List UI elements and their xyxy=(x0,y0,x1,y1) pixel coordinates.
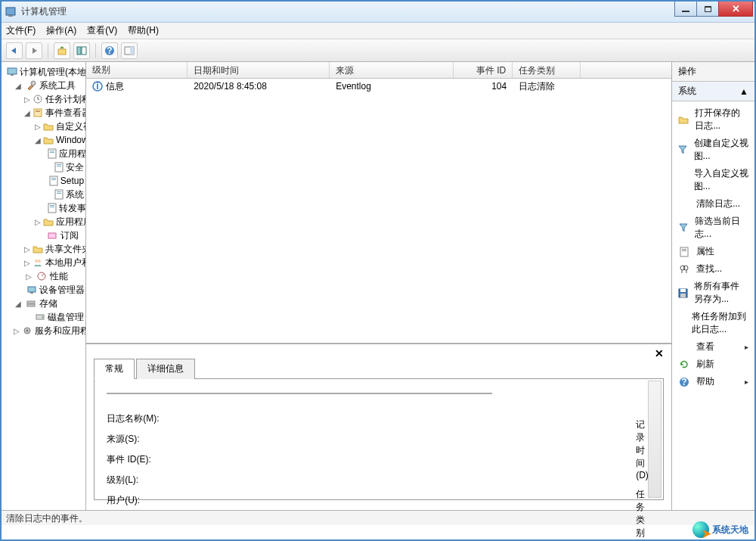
svg-point-41 xyxy=(26,330,29,332)
tree-root[interactable]: 计算机管理(本地) xyxy=(3,65,84,79)
action-find[interactable]: 查找... xyxy=(672,260,754,278)
watermark-text: 系统天地 xyxy=(712,524,748,536)
toolbar-separator xyxy=(95,43,96,58)
folder-icon xyxy=(43,135,54,145)
tools-icon xyxy=(25,80,37,91)
tree-log-setup[interactable]: Setup xyxy=(3,174,84,188)
action-refresh[interactable]: 刷新 xyxy=(672,356,754,373)
action-attach-task[interactable]: 将任务附加到此日志... xyxy=(672,308,754,338)
action-help-submenu[interactable]: ?帮助 xyxy=(672,373,754,390)
users-icon xyxy=(33,257,43,268)
forward-button[interactable] xyxy=(26,42,42,59)
col-source[interactable]: 来源 xyxy=(330,62,454,78)
col-datetime[interactable]: 日期和时间 xyxy=(187,62,330,78)
up-button[interactable] xyxy=(54,42,70,59)
show-hide-tree-button[interactable] xyxy=(73,42,90,59)
tree-device-manager[interactable]: 设备管理器 xyxy=(3,283,84,297)
event-list[interactable]: 级别 日期和时间 来源 事件 ID 任务类别 i信息 2020/5/18 8:4… xyxy=(86,62,671,344)
tree-subscriptions[interactable]: 订阅 xyxy=(3,229,84,242)
list-body: i信息 2020/5/18 8:45:08 Eventlog 104 日志清除 xyxy=(86,79,671,94)
menu-view[interactable]: 查看(V) xyxy=(87,24,117,37)
svg-rect-16 xyxy=(50,151,54,151)
svg-rect-27 xyxy=(48,204,56,213)
menu-action[interactable]: 操作(A) xyxy=(46,24,76,37)
event-row[interactable]: i信息 2020/5/18 8:45:08 Eventlog 104 日志清除 xyxy=(86,79,671,94)
status-text: 清除日志中的事件。 xyxy=(6,513,88,524)
tree-local-users[interactable]: ▷本地用户和组 xyxy=(3,256,84,269)
tree-task-scheduler[interactable]: ▷任务计划程序 xyxy=(3,92,84,106)
tree-windows-logs[interactable]: ◢Windows 日志 xyxy=(3,133,84,147)
tree-app-service-logs[interactable]: ▷应用程序和服务日志 xyxy=(3,215,84,229)
blank-icon xyxy=(678,317,686,329)
tree-log-forwarded[interactable]: 转发事件 xyxy=(3,201,84,215)
svg-rect-35 xyxy=(30,292,33,294)
svg-point-11 xyxy=(31,81,36,86)
event-viewer-icon xyxy=(33,107,43,118)
actions-header: 操作 xyxy=(672,62,754,82)
label-eventid: 事件 ID(E): xyxy=(107,453,492,466)
actions-section[interactable]: 系统▲ xyxy=(672,82,754,101)
close-button[interactable]: ✕ xyxy=(718,2,753,17)
col-category[interactable]: 任务类别 xyxy=(513,62,581,78)
funnel-icon xyxy=(678,144,687,156)
tree-event-viewer[interactable]: ◢事件查看器 xyxy=(3,106,84,120)
tab-details[interactable]: 详细信息 xyxy=(136,359,195,379)
menu-file[interactable]: 文件(F) xyxy=(6,24,36,37)
log-icon xyxy=(54,189,64,200)
funnel-icon xyxy=(678,222,689,234)
svg-rect-20 xyxy=(57,166,61,166)
action-view-submenu[interactable]: 查看 xyxy=(672,338,754,356)
svg-text:?: ? xyxy=(107,45,112,56)
svg-point-31 xyxy=(35,260,38,263)
action-create-custom-view[interactable]: 创建自定义视图... xyxy=(672,135,754,165)
tree-log-system[interactable]: 系统 xyxy=(3,188,84,201)
details-tabs: 常规 详细信息 xyxy=(94,358,664,379)
action-open-saved-log[interactable]: 打开保存的日志... xyxy=(672,104,754,135)
event-datetime: 2020/5/18 8:45:08 xyxy=(187,81,330,92)
minimize-button[interactable] xyxy=(674,2,697,17)
svg-rect-25 xyxy=(57,191,61,192)
svg-rect-1 xyxy=(8,15,13,17)
tree-shared-folders[interactable]: ▷共享文件夹 xyxy=(3,242,84,256)
action-save-all-events[interactable]: 将所有事件另存为... xyxy=(672,278,754,308)
tab-general[interactable]: 常规 xyxy=(94,359,135,379)
tree-system-tools[interactable]: ◢系统工具 xyxy=(3,79,84,92)
properties-icon xyxy=(678,246,690,258)
tree-custom-views[interactable]: ▷自定义视图 xyxy=(3,120,84,133)
event-category: 日志清除 xyxy=(513,80,581,93)
watermark: ➤ 系统天地 xyxy=(692,521,748,538)
svg-rect-8 xyxy=(130,47,134,54)
svg-rect-17 xyxy=(50,152,54,153)
help-button[interactable]: ? xyxy=(101,42,118,59)
action-properties[interactable]: 属性 xyxy=(672,243,754,260)
action-import-custom-view[interactable]: 导入自定义视图... xyxy=(672,165,754,195)
col-level[interactable]: 级别 xyxy=(86,62,187,78)
details-body: 日志名称(M): 来源(S): 事件 ID(E): 级别(L): 用户(U): … xyxy=(94,379,664,500)
tree-log-security[interactable]: 安全 xyxy=(3,160,84,174)
maximize-button[interactable] xyxy=(696,2,719,17)
back-button[interactable] xyxy=(6,42,23,59)
svg-text:?: ? xyxy=(681,377,686,387)
tree-performance[interactable]: ▷性能 xyxy=(3,269,84,283)
window-controls: ✕ xyxy=(675,2,753,17)
menubar: 文件(F) 操作(A) 查看(V) 帮助(H) xyxy=(2,23,754,39)
collapse-icon: ▲ xyxy=(739,86,748,97)
col-eventid[interactable]: 事件 ID xyxy=(454,62,513,78)
tree-disk-management[interactable]: 磁盘管理 xyxy=(3,310,84,324)
tree-storage[interactable]: ◢存储 xyxy=(3,297,84,310)
action-filter-log[interactable]: 筛选当前日志... xyxy=(672,213,754,243)
svg-rect-29 xyxy=(50,207,54,207)
actions-pane: 操作 系统▲ 打开保存的日志... 创建自定义视图... 导入自定义视图... … xyxy=(672,62,754,510)
tree-pane[interactable]: 计算机管理(本地) ◢系统工具 ▷任务计划程序 ◢事件查看器 ▷自定义视图 ◢W… xyxy=(2,62,86,510)
details-message-box xyxy=(107,393,492,394)
tree-services-apps[interactable]: ▷服务和应用程序 xyxy=(3,324,84,337)
find-icon xyxy=(678,263,690,275)
tree-log-application[interactable]: 应用程序 xyxy=(3,147,84,160)
details-close-button[interactable]: ✕ xyxy=(655,347,664,359)
event-level: 信息 xyxy=(106,80,124,93)
svg-rect-22 xyxy=(51,178,56,179)
show-action-pane-button[interactable] xyxy=(121,42,138,59)
menu-help[interactable]: 帮助(H) xyxy=(128,24,159,37)
disk-icon xyxy=(35,312,45,322)
action-clear-log[interactable]: 清除日志... xyxy=(672,195,754,213)
